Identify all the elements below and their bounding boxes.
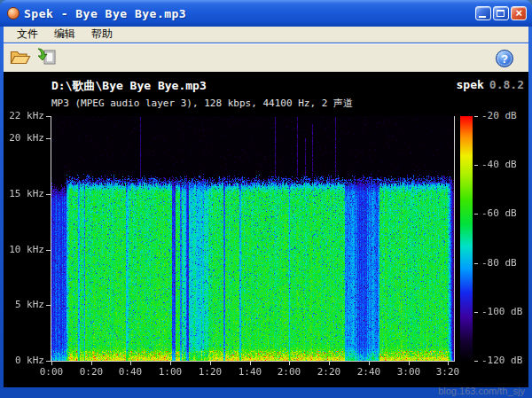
x-tick-label: 2:00 xyxy=(270,366,309,378)
y-tick-mark xyxy=(46,194,51,195)
app-name-label: spek xyxy=(457,78,484,91)
colorbar-tick-label: -120 dB xyxy=(481,355,532,366)
window-controls: × xyxy=(475,6,527,20)
open-file-button[interactable] xyxy=(7,46,34,71)
x-tick-mark xyxy=(250,362,251,365)
help-button[interactable]: ? xyxy=(491,46,518,71)
save-image-icon xyxy=(36,48,58,68)
x-axis-line xyxy=(51,361,455,362)
minimize-button[interactable] xyxy=(475,6,491,20)
y-tick-mark xyxy=(46,361,51,362)
y-axis-line xyxy=(51,116,51,362)
x-tick-label: 2:20 xyxy=(309,366,348,378)
y-tick-label: 0 kHz xyxy=(2,355,44,366)
x-tick-label: 3:20 xyxy=(428,366,467,378)
x-tick-mark xyxy=(210,362,211,365)
colorbar-tick-mark xyxy=(474,165,478,166)
colorbar-tick-label: -60 dB xyxy=(481,207,532,219)
spectrogram-canvas xyxy=(51,116,454,361)
y-tick-mark xyxy=(46,305,51,306)
window-title: Spek - Bye Bye Bye.mp3 xyxy=(24,7,186,20)
x-tick-label: 0:00 xyxy=(32,366,71,378)
maximize-button[interactable] xyxy=(493,6,509,20)
minimize-icon xyxy=(479,16,486,18)
menu-help[interactable]: 帮助 xyxy=(83,26,121,43)
y-tick-mark xyxy=(46,250,51,251)
x-tick-label: 1:20 xyxy=(191,366,230,378)
menu-edit[interactable]: 编辑 xyxy=(46,26,83,43)
save-image-button[interactable] xyxy=(34,46,60,71)
x-tick-label: 1:40 xyxy=(231,366,270,378)
menu-bar: 文件 编辑 帮助 xyxy=(4,27,528,43)
x-tick-label: 0:40 xyxy=(111,366,150,378)
x-tick-mark xyxy=(91,362,92,365)
close-icon: × xyxy=(512,7,526,20)
x-tick-mark xyxy=(51,362,52,365)
x-tick-mark xyxy=(409,362,410,365)
colorbar-tick-label: -80 dB xyxy=(481,257,532,269)
y-tick-label: 15 kHz xyxy=(2,188,44,199)
titlebar[interactable]: Spek - Bye Bye Bye.mp3 × xyxy=(0,0,532,27)
watermark: blog.163.com/th_sjy xyxy=(438,386,525,396)
app-version: spek0.8.2 xyxy=(457,78,524,91)
menu-file[interactable]: 文件 xyxy=(9,26,46,43)
y-tick-mark xyxy=(46,138,51,139)
app-icon xyxy=(7,7,20,20)
toolbar: ? xyxy=(4,43,528,72)
file-info-line: MP3 (MPEG audio layer 3), 128 kbps, 4410… xyxy=(51,97,353,110)
colorbar-tick-label: -20 dB xyxy=(481,110,532,121)
colorbar-tick-mark xyxy=(474,361,478,362)
x-tick-mark xyxy=(369,362,370,365)
file-path-title: D:\歌曲\Bye Bye Bye.mp3 xyxy=(51,78,207,94)
x-tick-mark xyxy=(170,362,171,365)
colorbar-tick-mark xyxy=(474,116,478,117)
x-tick-label: 0:20 xyxy=(72,366,111,378)
app-version-label: 0.8.2 xyxy=(489,78,524,91)
colorbar-canvas xyxy=(460,116,473,361)
y-tick-mark xyxy=(46,116,51,117)
y-tick-label: 20 kHz xyxy=(2,132,44,144)
y-tick-label: 5 kHz xyxy=(2,299,44,310)
help-icon: ? xyxy=(496,50,513,67)
colorbar-tick-mark xyxy=(474,312,478,313)
plot-right-line xyxy=(454,116,455,362)
y-tick-label: 22 kHz xyxy=(2,110,44,121)
x-tick-label: 2:40 xyxy=(349,366,388,378)
app-window: Spek - Bye Bye Bye.mp3 × 文件 编辑 帮助 xyxy=(0,0,532,398)
colorbar-tick-mark xyxy=(474,263,478,264)
maximize-icon xyxy=(497,10,505,17)
colorbar-tick-label: -40 dB xyxy=(481,159,532,170)
close-button[interactable]: × xyxy=(511,6,527,20)
y-tick-label: 10 kHz xyxy=(2,244,44,255)
x-tick-mark xyxy=(130,362,131,365)
x-tick-mark xyxy=(289,362,290,365)
x-tick-mark xyxy=(448,362,449,365)
folder-open-icon xyxy=(10,48,31,68)
colorbar-tick-mark xyxy=(474,214,478,215)
x-tick-label: 3:00 xyxy=(389,366,428,378)
x-tick-label: 1:00 xyxy=(151,366,190,378)
x-tick-mark xyxy=(329,362,330,365)
colorbar-tick-label: -100 dB xyxy=(481,306,532,317)
